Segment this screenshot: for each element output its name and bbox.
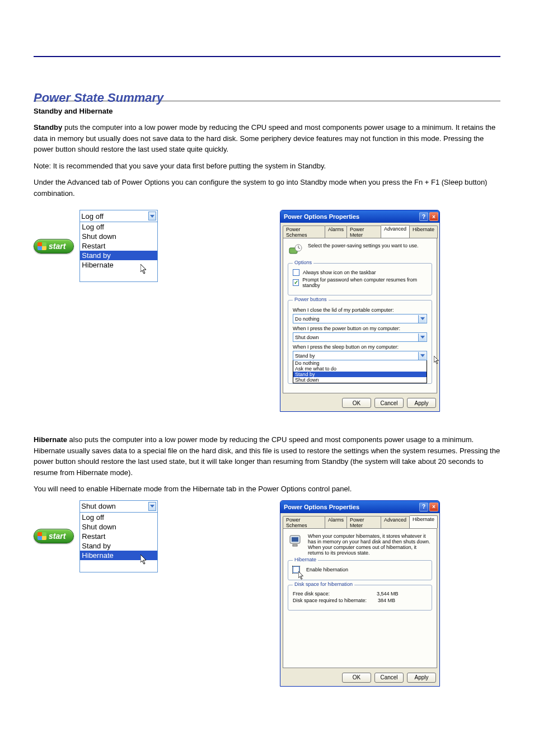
list-item[interactable]: Do nothing <box>293 360 427 366</box>
group-hibernate-legend: Hibernate <box>293 557 318 562</box>
advanced-intro: Select the power-saving settings you wan… <box>308 243 419 248</box>
combo-item-restart[interactable]: Restart <box>80 241 157 251</box>
windows-flag-icon <box>38 532 46 540</box>
lid-select[interactable]: Do nothing <box>293 314 427 323</box>
close-button[interactable]: × <box>429 212 438 221</box>
tab-hibernate[interactable]: Hibernate <box>409 226 438 238</box>
close-button[interactable]: × <box>429 503 438 511</box>
combo-item-shutdown[interactable]: Shut down <box>80 232 157 241</box>
chevron-down-icon[interactable] <box>148 212 156 220</box>
group-options-legend: Options <box>293 260 313 265</box>
chk-prompt-password[interactable] <box>293 279 299 286</box>
power-options-dialog-hibernate: Power Options Properties ? × Power Schem… <box>280 500 440 687</box>
tab-power-schemes[interactable]: Power Schemes <box>283 226 325 238</box>
standby-adv-intro: Under the Advanced tab of Power Options … <box>34 177 500 199</box>
chevron-down-icon[interactable] <box>148 502 156 511</box>
cursor-arrow-icon <box>140 555 218 566</box>
list-item[interactable]: Shut down <box>293 377 427 383</box>
group-power-buttons-legend: Power buttons <box>293 297 329 302</box>
ok-button[interactable]: OK <box>342 398 371 408</box>
tab-power-meter[interactable]: Power Meter <box>346 226 381 238</box>
power-btn-label: When I press the power button on my comp… <box>293 326 427 331</box>
chevron-down-icon[interactable] <box>418 352 426 360</box>
shutdown-dropdown-hibernate[interactable]: Shut down Log off Shut down Restart Stan… <box>79 500 158 572</box>
tabstrip: Power Schemes Alarms Power Meter Advance… <box>280 513 439 528</box>
tab-alarms[interactable]: Alarms <box>325 226 347 238</box>
hibernate-desc: When your computer hibernates, it stores… <box>308 533 432 556</box>
start-menu-button[interactable]: start <box>34 529 74 543</box>
apply-button[interactable]: Apply <box>407 673 436 683</box>
power-btn-select[interactable]: Shut down <box>293 332 427 342</box>
start-menu-button[interactable]: start <box>34 239 74 253</box>
lid-label: When I close the lid of my portable comp… <box>293 307 427 313</box>
standby-paragraph: Standby puts the computer into a low pow… <box>34 122 500 155</box>
battery-clock-icon <box>288 243 303 259</box>
ok-button[interactable]: OK <box>342 673 371 683</box>
combo-item-standby[interactable]: Stand by <box>80 251 157 260</box>
sleep-btn-select[interactable]: Stand by <box>293 351 427 360</box>
start-label: start <box>49 242 65 251</box>
titlebar[interactable]: Power Options Properties ? × <box>280 210 439 223</box>
combo-item-logoff[interactable]: Log off <box>80 513 157 522</box>
sleep-btn-dropdown-list[interactable]: Do nothing Ask me what to do Stand by Sh… <box>293 360 427 383</box>
cancel-button[interactable]: Cancel <box>374 398 404 408</box>
chk-show-icon-label: Always show icon on the taskbar <box>303 270 376 275</box>
list-item[interactable]: Stand by <box>293 372 427 377</box>
windows-flag-icon <box>38 242 46 250</box>
apply-button[interactable]: Apply <box>407 398 436 408</box>
chk-prompt-password-label: Prompt for password when computer resume… <box>302 277 427 288</box>
standby-note: Note: It is recommended that you save yo… <box>34 161 500 172</box>
start-label: start <box>49 532 65 541</box>
chk-show-icon[interactable] <box>293 269 299 276</box>
tab-alarms[interactable]: Alarms <box>325 516 347 529</box>
dialog-title: Power Options Properties <box>284 504 359 510</box>
free-disk-value: 3,544 MB <box>377 591 399 597</box>
computer-icon <box>288 533 303 549</box>
sleep-btn-label: When I press the sleep button on my comp… <box>293 344 427 350</box>
required-disk-label: Disk space required to hibernate: <box>293 598 367 603</box>
tab-power-meter[interactable]: Power Meter <box>346 516 381 529</box>
cursor-arrow-icon <box>140 264 218 276</box>
chevron-down-icon[interactable] <box>418 315 426 323</box>
combo-item-logoff[interactable]: Log off <box>80 222 157 232</box>
help-button[interactable]: ? <box>419 212 428 221</box>
dialog-title: Power Options Properties <box>284 213 359 220</box>
tabstrip: Power Schemes Alarms Power Meter Advance… <box>280 223 439 238</box>
combo-item-restart[interactable]: Restart <box>80 532 157 541</box>
chk-enable-hibernation-label: Enable hibernation <box>306 567 348 572</box>
shutdown-dropdown-standby[interactable]: Log off Log off Shut down Restart Stand … <box>79 210 158 282</box>
combo-selected: Shut down <box>81 502 115 510</box>
combo-selected: Log off <box>81 212 104 220</box>
group-disk-legend: Disk space for hibernation <box>293 581 354 587</box>
tab-hibernate[interactable]: Hibernate <box>409 515 438 528</box>
combo-item-standby[interactable]: Stand by <box>80 541 157 551</box>
list-item[interactable]: Ask me what to do <box>293 366 427 372</box>
power-options-dialog-advanced: Power Options Properties ? × Power Schem… <box>280 210 440 412</box>
tab-advanced[interactable]: Advanced <box>381 225 410 238</box>
help-button[interactable]: ? <box>419 503 428 511</box>
chevron-down-icon[interactable] <box>418 334 426 341</box>
svg-rect-4 <box>293 544 297 546</box>
hibernate-paragraph: Hibernate also puts the computer into a … <box>34 434 500 478</box>
tab-advanced[interactable]: Advanced <box>381 516 410 529</box>
top-rule <box>34 56 500 57</box>
required-disk-value: 384 MB <box>378 598 395 603</box>
svg-rect-3 <box>292 537 298 542</box>
free-disk-label: Free disk space: <box>293 591 366 597</box>
combo-item-shutdown[interactable]: Shut down <box>80 522 157 532</box>
hibernate-enable-intro: You will need to enable Hibernate mode f… <box>34 483 500 495</box>
cancel-button[interactable]: Cancel <box>374 673 404 683</box>
standby-heading: Standby and Hibernate <box>34 107 500 115</box>
section-title: Power State Summary <box>34 91 500 105</box>
titlebar[interactable]: Power Options Properties ? × <box>280 501 439 513</box>
tab-power-schemes[interactable]: Power Schemes <box>283 516 325 529</box>
